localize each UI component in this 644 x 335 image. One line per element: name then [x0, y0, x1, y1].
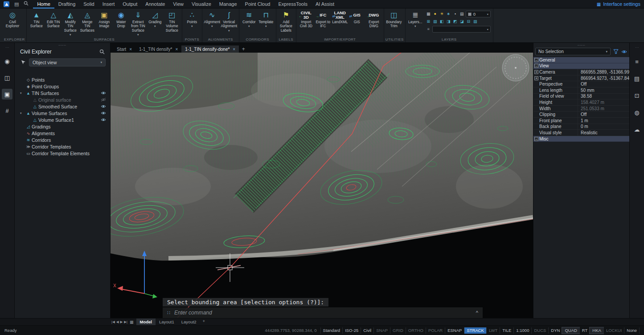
lock-icon[interactable]: ▪ [452, 11, 458, 17]
ribbon-button-export-dwg[interactable]: DWG→Export DWG [365, 9, 382, 37]
expand-box-icon[interactable]: + [534, 76, 538, 80]
property-row-width[interactable]: Width251.0533 m [533, 106, 629, 112]
property-section-general[interactable]: –General [533, 57, 629, 63]
sheet-sets-icon[interactable]: ▤ [632, 73, 642, 84]
layer-lock-icon[interactable]: ◩ [452, 19, 458, 25]
bricscad-logo-icon[interactable] [4, 1, 9, 7]
layer-filter-icon[interactable]: ≡ [426, 26, 431, 32]
tree-item-points[interactable]: ◇Points [15, 76, 110, 83]
property-row-target[interactable]: +Target866954.9273, -51367.8466, [533, 75, 629, 82]
explorer-search-icon[interactable] [99, 49, 105, 54]
ribbon-button-points[interactable]: ∴Points▾ [184, 9, 201, 37]
panel-drag-handle[interactable]: ┄┄┄ [533, 43, 629, 47]
property-section-misc[interactable]: –Misc [533, 136, 629, 142]
export-model-icon[interactable]: ◫ [2, 72, 12, 83]
property-row-front-plane[interactable]: Front plane1 m [533, 118, 629, 124]
selection-dropdown[interactable]: No Selection ▾ [535, 48, 611, 55]
layout-nav-icon-0[interactable]: |◀ [111, 318, 115, 326]
eye-icon[interactable] [101, 118, 106, 122]
layer-thaw-icon[interactable]: ▨ [472, 19, 478, 25]
property-row-height[interactable]: Height158.4027 m [533, 99, 629, 106]
menu-item-solid[interactable]: Solid [79, 0, 98, 8]
property-value[interactable]: 866954.9273, -51367.8466, [578, 75, 629, 81]
eye-off-icon[interactable] [101, 98, 106, 102]
status-toggle-lwt[interactable]: LWT [486, 327, 500, 334]
new-layout-button[interactable]: + [200, 318, 208, 326]
tree-item-corridors[interactable]: ≋Corridors [15, 136, 110, 143]
collapse-box-icon[interactable]: – [534, 58, 538, 62]
property-row-back-plane[interactable]: Back plane0 m [533, 124, 629, 130]
property-row-visual-style[interactable]: Visual styleRealistic [533, 130, 629, 136]
status-toggle-ortho[interactable]: ORTHO [406, 327, 426, 334]
properties-panels-icon[interactable]: ≡ [632, 56, 642, 67]
status-toggle-snap[interactable]: SNAP [373, 327, 390, 334]
new-tab-button[interactable]: + [239, 45, 248, 53]
layout-nav-icon-1[interactable]: ◀ [116, 318, 119, 326]
collapse-arrow-icon[interactable]: ▾ [20, 112, 25, 115]
tree-item-volume-surfaces[interactable]: ▾▲Volume Surfaces [15, 110, 110, 116]
menu-item-point-cloud[interactable]: Point Cloud [241, 0, 275, 8]
tree-item-corridor-templates[interactable]: ≫Corridor Templates [15, 143, 110, 150]
status-toggle-esnap[interactable]: ESNAP [445, 327, 464, 334]
menu-item-view[interactable]: View [169, 0, 188, 8]
status-toggle-strack[interactable]: STRACK [464, 327, 486, 334]
property-section-view[interactable]: –View [533, 63, 629, 70]
layer-unisolate-icon[interactable]: ◨ [446, 19, 451, 25]
layout-nav-icon-3[interactable]: ▶| [124, 318, 127, 326]
tree-item-original-surface[interactable]: △Original surface [15, 96, 110, 103]
layout-tab-layout1[interactable]: Layout1 [156, 318, 178, 326]
tree-item-alignments[interactable]: ∿Alignments [15, 130, 110, 136]
status-toggle-ducs[interactable]: DUCS [531, 327, 548, 334]
menu-item-expresstools[interactable]: ExpressTools [274, 0, 311, 8]
layout-nav-icon-2[interactable]: ▶ [120, 318, 123, 326]
layer-unlock-icon[interactable]: ◪ [459, 19, 465, 25]
viewport[interactable]: X Select bounding area [selection option… [111, 53, 533, 318]
property-row-clipping[interactable]: ClippingOff [533, 112, 629, 118]
tree-item-smoothed-surface[interactable]: △Smoothed Surface [15, 103, 110, 110]
menu-item-manage[interactable]: Manage [215, 0, 241, 8]
layout-tab-layout2[interactable]: Layout2 [178, 318, 200, 326]
tree-item-tin-surfaces[interactable]: ▾▲TIN Surfaces [15, 90, 110, 96]
layer-new-icon[interactable]: ⊞ [426, 19, 431, 25]
sun-icon[interactable]: ☀ [439, 11, 445, 17]
menu-item-insert[interactable]: Insert [98, 0, 119, 8]
status-toggle-standard[interactable]: Standard [320, 327, 343, 334]
navigation-sphere[interactable] [502, 54, 529, 81]
property-row-lens-length[interactable]: Lens length50 mm [533, 87, 629, 94]
status-toggle-civil[interactable]: Civil [361, 327, 373, 334]
render-materials-icon[interactable]: ◍ [632, 107, 642, 118]
property-row-field-of-view[interactable]: Field of view38.58 [533, 94, 629, 100]
object-view-dropdown[interactable]: Object view ▾ [29, 58, 106, 66]
status-toggle-tile[interactable]: TILE [500, 327, 513, 334]
ribbon-button-landxml[interactable]: LAND XML⇄LandXML [332, 9, 349, 37]
ribbon-button-gis[interactable]: GIS⇄GIS [349, 9, 365, 37]
freeze-icon[interactable]: ∗ [446, 11, 451, 17]
property-value[interactable]: Off [578, 112, 629, 117]
tree-item-gradings[interactable]: ◿Gradings [15, 123, 110, 130]
ribbon-button-grading[interactable]: ◿Grading▾ [147, 9, 164, 37]
eye-icon[interactable] [101, 111, 106, 115]
print-icon[interactable]: ▤ [459, 11, 465, 17]
command-input[interactable]: ∷ Enter command ^ [163, 307, 483, 318]
layer-select-dropdown[interactable]: 0▾ [466, 11, 491, 17]
status-toggle-hka[interactable]: HKA [590, 327, 603, 334]
property-value[interactable]: 0 m [578, 124, 629, 130]
layer-state-icon[interactable]: ▧ [432, 19, 438, 25]
tree-item-corridor-template-elements[interactable]: ▭Corridor Template Elements [15, 150, 110, 157]
document-tab-start[interactable]: Start× [113, 45, 135, 53]
cloud-icon[interactable]: ☁ [632, 124, 642, 135]
collapse-arrow-icon[interactable]: ▾ [20, 91, 25, 95]
visibility-icon[interactable] [621, 50, 628, 54]
layer-state-dropdown[interactable]: ▾ [432, 26, 491, 33]
ribbon-button-merge-tin-surfaces[interactable]: ◬Merge TIN Surfaces [79, 9, 96, 37]
bulb-icon[interactable]: ● [432, 11, 438, 17]
geolocation-icon[interactable]: ◉ [2, 56, 12, 66]
collapse-box-icon[interactable]: – [534, 64, 538, 68]
ribbon-button-tin-surface[interactable]: ▲TIN Surface [28, 9, 45, 37]
ribbon-button-civil-explorer[interactable]: ◎Civil Explorer [4, 9, 21, 37]
tree-item-point-groups[interactable]: ◈Point Groups [15, 83, 110, 90]
ribbon-button-template[interactable]: ⊓Template▾ [258, 9, 275, 37]
collapse-box-icon[interactable]: – [534, 137, 538, 141]
property-value[interactable]: 38.58 [578, 94, 629, 99]
ribbon-button-edit-tin-surface[interactable]: △Edit TIN Surface [45, 9, 62, 37]
